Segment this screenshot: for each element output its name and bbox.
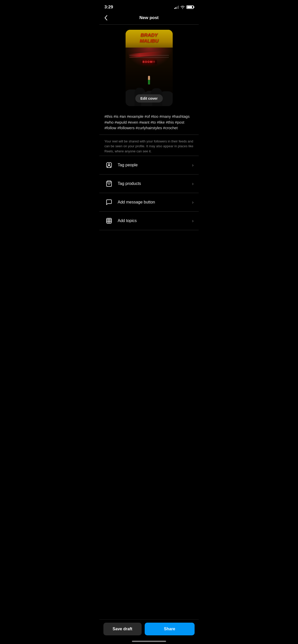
battery-icon bbox=[186, 5, 194, 9]
page-title: New post bbox=[139, 15, 159, 20]
status-time: 3:29 bbox=[104, 5, 113, 10]
chevron-right-icon: › bbox=[192, 218, 194, 224]
wifi-icon bbox=[180, 5, 185, 9]
svg-rect-3 bbox=[106, 218, 112, 223]
add-topics-label: Add topics bbox=[118, 218, 192, 223]
status-icons bbox=[174, 5, 194, 9]
status-bar: 3:29 bbox=[99, 0, 199, 13]
caption-text: #this #is #an #example #of #too #many #h… bbox=[104, 114, 194, 131]
image-title-text: BRADYMALIBU bbox=[126, 32, 173, 44]
chevron-right-icon: › bbox=[192, 181, 194, 186]
back-button[interactable] bbox=[103, 14, 109, 22]
menu-item-tag-products[interactable]: Tag products › bbox=[99, 174, 199, 193]
tag-people-label: Tag people bbox=[118, 163, 192, 167]
page-header: New post bbox=[99, 13, 199, 25]
svg-point-1 bbox=[108, 164, 110, 166]
info-description: Your reel will be shared with your follo… bbox=[104, 139, 194, 154]
edit-cover-button[interactable]: Edit cover bbox=[135, 94, 163, 103]
menu-item-add-message[interactable]: Add message button › bbox=[99, 193, 199, 212]
neon-sign: BOOM!! bbox=[141, 60, 157, 64]
menu-item-add-topics[interactable]: Add topics › bbox=[99, 212, 199, 230]
signal-icon bbox=[174, 5, 179, 9]
menu-list: Tag people › Tag products › Add message … bbox=[99, 156, 199, 230]
menu-item-tag-people[interactable]: Tag people › bbox=[99, 156, 199, 174]
hashtag-icon bbox=[104, 216, 114, 225]
message-icon bbox=[104, 198, 114, 207]
caption-section: #this #is #an #example #of #too #many #h… bbox=[99, 110, 199, 135]
cover-section: BRADYMALIBU BOOM!! bbox=[99, 25, 199, 110]
chevron-right-icon: › bbox=[192, 200, 194, 205]
info-section: Your reel will be shared with your follo… bbox=[99, 135, 199, 156]
bag-icon bbox=[104, 179, 114, 188]
tag-products-label: Tag products bbox=[118, 181, 192, 186]
chevron-right-icon: › bbox=[192, 163, 194, 168]
cover-image-container: BRADYMALIBU BOOM!! bbox=[126, 30, 173, 106]
person-icon bbox=[104, 160, 114, 170]
add-message-label: Add message button bbox=[118, 200, 192, 204]
